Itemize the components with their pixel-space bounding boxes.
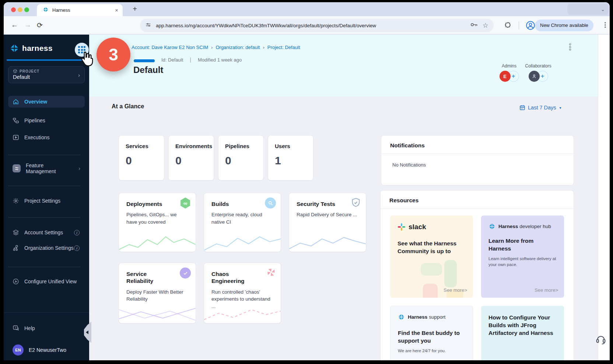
- slack-brand: slack: [409, 223, 426, 231]
- bookmark-star-icon[interactable]: ☆: [483, 22, 488, 29]
- sidebar-item-label: Pipelines: [24, 118, 45, 123]
- chrome-update-pill[interactable]: New Chrome available: [535, 20, 593, 31]
- module-card-service-reliability[interactable]: Service Reliability Deploy Faster With B…: [119, 263, 196, 323]
- project-name: Default: [13, 74, 80, 80]
- main-content: Account: Dave Karow E2 Non SCIM › Organi…: [89, 35, 610, 360]
- admins-label: Admins: [496, 63, 522, 69]
- support-heading: Find the Best buddy to support you: [398, 329, 465, 345]
- jfrog-heading: How to Configure Your Builds with JFrog …: [488, 314, 557, 337]
- slack-heading: See what the Harness Community is up to: [397, 240, 466, 255]
- stat-value: 0: [175, 154, 207, 167]
- chrome-menu-icon[interactable]: ⋮: [602, 21, 608, 29]
- stat-label: Environments: [175, 143, 207, 149]
- forward-button[interactable]: →: [24, 21, 31, 29]
- sidebar-user[interactable]: EN E2 NewuserTwo: [13, 344, 66, 356]
- notifications-panel: Notifications No Notifications: [381, 135, 574, 185]
- sidebar-item-overview[interactable]: Overview: [8, 96, 85, 108]
- devhub-see-more-link[interactable]: See more>: [535, 287, 558, 293]
- resource-card-support[interactable]: Harness support Find the Best buddy to s…: [390, 306, 473, 360]
- module-card-builds[interactable]: Builds Enterprise ready, cloud native CI: [204, 193, 281, 252]
- service-reliability-icon: [180, 267, 191, 279]
- module-desc: Enterprise ready, cloud native CI: [211, 211, 273, 225]
- tab-close-icon[interactable]: ×: [115, 7, 118, 13]
- url-text[interactable]: app.harness.io/ng/account/YWdkwNPiTceDUK…: [156, 23, 466, 28]
- page-options-menu[interactable]: [569, 43, 571, 50]
- chevron-down-icon: ⌄: [601, 7, 605, 12]
- new-tab-button[interactable]: +: [130, 5, 139, 13]
- sidebar-item-help[interactable]: ? Help: [8, 322, 85, 334]
- harness-logo-icon: [488, 223, 495, 230]
- sidebar-item-feature-management[interactable]: Feature Management ›: [8, 162, 85, 174]
- project-id: Id: Default: [161, 57, 183, 63]
- browser-tab[interactable]: Harness ×: [37, 4, 123, 16]
- project-modified: Modified 1 week ago: [198, 57, 242, 63]
- support-headset-icon[interactable]: [595, 334, 606, 346]
- admin-avatar[interactable]: E: [500, 71, 511, 82]
- sidebar-item-configure-unified-view[interactable]: Configure Unified View: [8, 276, 85, 287]
- page-scrollbar[interactable]: [598, 35, 610, 360]
- project-meta: Id: Default | Modified 1 week ago: [161, 57, 242, 63]
- slack-see-more-link[interactable]: See more>: [444, 287, 467, 293]
- collaborators-label: Collaborators: [523, 63, 553, 69]
- harness-logo-icon: [398, 314, 405, 321]
- harness-logo[interactable]: harness: [10, 43, 53, 53]
- breadcrumb-project-link[interactable]: Project: Default: [267, 45, 300, 50]
- support-brand-rest: support: [429, 314, 445, 320]
- resource-card-slack[interactable]: slack See what the Harness Community is …: [390, 216, 473, 298]
- module-card-deployments[interactable]: Deployments ∞ Pipelines, GitOps... we ha…: [119, 193, 196, 252]
- date-range-selector[interactable]: Last 7 Days ▾: [519, 105, 561, 111]
- resource-card-developer-hub[interactable]: Harness developer hub Learn More from Ha…: [481, 216, 564, 298]
- sidebar-item-organization-settings[interactable]: Organization Settings i: [8, 242, 85, 254]
- url-bar[interactable]: app.harness.io/ng/account/YWdkwNPiTceDUK…: [140, 19, 494, 32]
- close-window-button[interactable]: [11, 7, 16, 12]
- user-avatar: EN: [13, 344, 24, 356]
- resources-panel: Resources slack See what the H: [380, 190, 574, 360]
- devhub-text: Learn intelligent software delivery at y…: [488, 256, 557, 267]
- help-chat-icon: ?: [13, 325, 19, 332]
- reload-button[interactable]: ⟳: [37, 21, 43, 29]
- date-range-value: Last 7 Days: [528, 105, 556, 111]
- module-desc: Pipelines, GitOps... we have you covered: [126, 211, 188, 225]
- pipelines-icon: [13, 117, 19, 124]
- info-icon[interactable]: i: [74, 245, 80, 251]
- sidebar-divider: [8, 186, 80, 186]
- module-card-chaos-engineering[interactable]: Chaos Engineering Run controlled 'chaos'…: [204, 263, 281, 323]
- back-button[interactable]: ←: [11, 21, 18, 29]
- module-desc: Deploy Faster With Better Reliability: [126, 288, 188, 303]
- chevron-right-icon: ›: [211, 45, 213, 50]
- stat-value: 0: [126, 154, 157, 167]
- resource-card-jfrog[interactable]: How to Configure Your Builds with JFrog …: [481, 306, 564, 360]
- extensions-icon[interactable]: [504, 22, 511, 31]
- sidebar-item-executions[interactable]: Executions: [8, 132, 85, 143]
- sidebar-item-account-settings[interactable]: Account Settings i: [8, 227, 85, 238]
- sidebar-item-label: Help: [24, 325, 35, 331]
- breadcrumb-account-link[interactable]: Account: Dave Karow E2 Non SCIM: [132, 45, 208, 50]
- site-settings-icon[interactable]: [145, 22, 151, 29]
- meta-divider: |: [190, 57, 191, 63]
- breadcrumb-organization-link[interactable]: Organization: default: [216, 45, 260, 50]
- tab-search-button[interactable]: ⌄: [567, 4, 609, 15]
- module-title: Security Tests: [297, 200, 358, 207]
- cursor-pointer-icon: [80, 51, 94, 67]
- slack-watermark: [423, 284, 438, 298]
- zoom-window-button[interactable]: [24, 7, 29, 12]
- sidebar-item-pipelines[interactable]: Pipelines: [8, 115, 85, 126]
- collaborator-avatar[interactable]: [529, 71, 540, 82]
- executions-icon: [13, 134, 19, 141]
- info-icon[interactable]: i: [74, 230, 80, 235]
- minimize-window-button[interactable]: [18, 7, 22, 12]
- sidebar-item-project-settings[interactable]: Project Settings: [8, 195, 85, 207]
- module-card-security-tests[interactable]: Security Tests Rapid Delivery of Secure …: [289, 193, 366, 252]
- sidebar-item-label: Feature Management: [26, 162, 73, 174]
- profile-icon[interactable]: [526, 21, 535, 32]
- sidebar-item-label: Overview: [24, 99, 47, 105]
- project-selector[interactable]: PROJECT Default ›: [8, 66, 85, 83]
- chaos-engineering-icon: [266, 267, 276, 279]
- project-color-bar: [134, 59, 155, 62]
- brand-underline: [7, 59, 85, 61]
- stat-label: Users: [275, 143, 306, 149]
- chevron-right-icon: ›: [78, 165, 80, 171]
- password-key-icon[interactable]: [470, 21, 478, 29]
- org-chart-icon: [13, 245, 19, 251]
- security-shield-icon: [351, 197, 361, 209]
